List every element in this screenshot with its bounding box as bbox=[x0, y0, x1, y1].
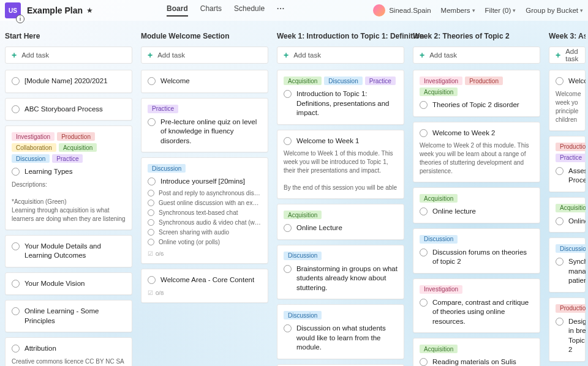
group-menu[interactable]: Group by Bucket▾ bbox=[526, 7, 583, 14]
task-card[interactable]: InvestigationProductionCollaborationAcqu… bbox=[5, 125, 132, 230]
bucket-title[interactable]: Week 3: Asse bbox=[549, 32, 586, 40]
task-card[interactable]: Online Learning - Some Principles bbox=[5, 300, 132, 332]
tag[interactable]: Discussion bbox=[284, 311, 322, 319]
members-menu[interactable]: Members▾ bbox=[441, 7, 475, 14]
complete-ring-icon[interactable] bbox=[12, 345, 20, 353]
tag[interactable]: Discussion bbox=[556, 244, 586, 253]
task-card[interactable]: Welcome to Week 1Welcome to Week 1 of th… bbox=[277, 130, 404, 200]
task-card[interactable]: DiscussionIntroduce yourself [20mins]Pos… bbox=[141, 157, 268, 264]
checklist-item[interactable]: Synchronous audio & video chat (web conf… bbox=[148, 219, 262, 226]
tag[interactable]: Investigation bbox=[12, 132, 55, 141]
task-card[interactable]: InvestigationProductionAcquisitionTheori… bbox=[413, 70, 540, 117]
tag[interactable]: Practice bbox=[365, 77, 396, 85]
add-task-button[interactable]: +Add task bbox=[141, 47, 268, 64]
tag[interactable]: Discussion bbox=[420, 235, 458, 244]
complete-ring-icon[interactable] bbox=[148, 229, 154, 236]
task-card[interactable]: ProductionDesign in brea Topic 2 bbox=[549, 297, 586, 362]
tag[interactable]: Acquisition bbox=[556, 204, 586, 212]
complete-ring-icon[interactable] bbox=[284, 137, 292, 145]
tag[interactable]: Practice bbox=[52, 154, 83, 163]
complete-ring-icon[interactable] bbox=[148, 209, 154, 216]
filter-menu[interactable]: Filter (0)▾ bbox=[485, 7, 516, 14]
complete-ring-icon[interactable] bbox=[420, 358, 428, 366]
task-card[interactable]: Your Module Vision bbox=[5, 272, 132, 296]
complete-ring-icon[interactable] bbox=[284, 265, 292, 273]
task-card[interactable]: WelcomWelcome week yo principle children bbox=[549, 70, 586, 131]
complete-ring-icon[interactable] bbox=[12, 307, 20, 315]
tag[interactable]: Production bbox=[57, 132, 95, 141]
complete-ring-icon[interactable] bbox=[148, 118, 156, 126]
complete-ring-icon[interactable] bbox=[12, 168, 20, 176]
bucket-title[interactable]: Week 1: Introduction to Topic 1: Definit… bbox=[277, 32, 404, 40]
complete-ring-icon[interactable] bbox=[420, 101, 428, 109]
task-card[interactable]: DiscussionBrainstorming in groups on wha… bbox=[277, 245, 404, 300]
task-card[interactable]: AcquisitionReading materials on Sulis bbox=[413, 338, 540, 366]
tag[interactable]: Investigation bbox=[420, 285, 462, 294]
complete-ring-icon[interactable] bbox=[12, 280, 20, 288]
bucket-title[interactable]: Start Here bbox=[5, 32, 132, 40]
checklist-item[interactable]: Online voting (or polls) bbox=[148, 239, 262, 245]
bucket-title[interactable]: Week 2: Theories of Topic 2 bbox=[413, 32, 540, 40]
task-card[interactable]: DiscussionDiscussion forums on theories … bbox=[413, 228, 540, 274]
complete-ring-icon[interactable] bbox=[284, 90, 292, 98]
add-task-button[interactable]: +Add task bbox=[549, 47, 586, 64]
task-card[interactable]: AttributionCreative commons licence CC B… bbox=[5, 337, 132, 366]
tag[interactable]: Discussion bbox=[284, 252, 322, 260]
tag[interactable]: Production bbox=[465, 77, 503, 85]
task-card[interactable]: DiscussionDiscussion on what students wo… bbox=[277, 304, 404, 359]
complete-ring-icon[interactable] bbox=[556, 77, 564, 85]
add-task-button[interactable]: +Add task bbox=[413, 47, 540, 64]
complete-ring-icon[interactable] bbox=[12, 77, 20, 85]
complete-ring-icon[interactable] bbox=[148, 239, 154, 245]
tag[interactable]: Production bbox=[556, 143, 586, 151]
complete-ring-icon[interactable] bbox=[148, 276, 156, 284]
complete-ring-icon[interactable] bbox=[556, 217, 564, 225]
complete-ring-icon[interactable] bbox=[556, 318, 564, 326]
tag[interactable]: Practice bbox=[556, 154, 586, 162]
complete-ring-icon[interactable] bbox=[556, 258, 564, 266]
complete-ring-icon[interactable] bbox=[148, 77, 156, 85]
tag[interactable]: Acquisition bbox=[420, 88, 458, 96]
complete-ring-icon[interactable] bbox=[148, 219, 154, 226]
tag[interactable]: Acquisition bbox=[284, 211, 322, 219]
task-card[interactable]: Your Module Details and Learning Outcome… bbox=[5, 235, 132, 267]
info-icon[interactable]: i bbox=[16, 15, 24, 23]
task-card[interactable]: AcquisitionDiscussionPracticeIntroductio… bbox=[277, 70, 404, 125]
task-card[interactable]: ABC Storyboard Process bbox=[5, 98, 132, 121]
tab-charts[interactable]: Charts bbox=[200, 4, 222, 17]
tag[interactable]: Discussion bbox=[324, 77, 362, 85]
checklist-item[interactable]: Screen sharing with audio bbox=[148, 229, 262, 236]
task-card[interactable]: AcquisitionOnline bbox=[549, 197, 586, 233]
bucket-title[interactable]: Module Welcome Section bbox=[141, 32, 268, 40]
complete-ring-icon[interactable] bbox=[148, 200, 154, 206]
task-card[interactable]: Welcome Area - Core Content0/8 bbox=[141, 269, 268, 304]
checklist-item[interactable]: Guest online discussion with an expert bbox=[148, 200, 262, 206]
complete-ring-icon[interactable] bbox=[556, 167, 564, 175]
task-card[interactable]: [Module Name] 2020/2021 bbox=[5, 70, 132, 93]
complete-ring-icon[interactable] bbox=[12, 242, 20, 250]
complete-ring-icon[interactable] bbox=[284, 224, 292, 232]
tag[interactable]: Acquisition bbox=[59, 143, 97, 152]
user-menu[interactable]: Sinead.Spain bbox=[373, 4, 431, 17]
complete-ring-icon[interactable] bbox=[12, 105, 20, 113]
task-card[interactable]: PracticePre-lecture online quiz on level… bbox=[141, 98, 268, 153]
complete-ring-icon[interactable] bbox=[420, 129, 428, 137]
tag[interactable]: Collaboration bbox=[12, 143, 56, 152]
tab-schedule[interactable]: Schedule bbox=[234, 4, 265, 17]
complete-ring-icon[interactable] bbox=[420, 299, 428, 307]
tag[interactable]: Acquisition bbox=[420, 345, 458, 353]
task-card[interactable]: Welcome to Week 2Welcome to Week 2 of th… bbox=[413, 122, 540, 183]
task-card[interactable]: AcquisitionOnline lecture bbox=[413, 187, 540, 223]
task-card[interactable]: AcquisitionOnline Lecture bbox=[277, 204, 404, 240]
tab-board[interactable]: Board bbox=[167, 4, 188, 17]
add-task-button[interactable]: +Add task bbox=[277, 47, 404, 64]
complete-ring-icon[interactable] bbox=[148, 177, 156, 185]
task-card[interactable]: DiscussionSynchro managi patient bbox=[549, 237, 586, 293]
tag[interactable]: Discussion bbox=[12, 154, 50, 163]
complete-ring-icon[interactable] bbox=[284, 324, 292, 332]
tag[interactable]: Production bbox=[556, 304, 586, 313]
tab-more[interactable]: ··· bbox=[277, 4, 285, 17]
star-icon[interactable]: ★ bbox=[86, 6, 93, 15]
complete-ring-icon[interactable] bbox=[420, 248, 428, 256]
task-card[interactable]: Welcome bbox=[141, 70, 268, 93]
